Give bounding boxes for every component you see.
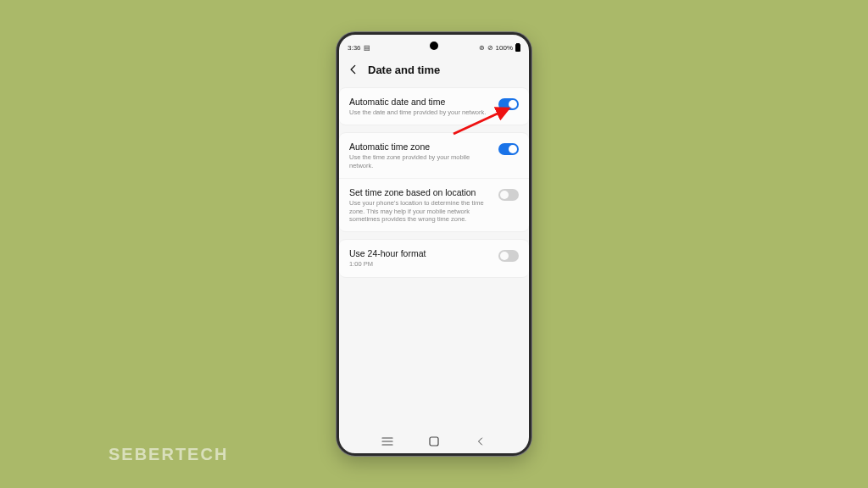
toggle-auto-datetime[interactable] — [498, 98, 519, 110]
toggle-auto-timezone[interactable] — [498, 143, 519, 155]
toggle-24hour[interactable] — [498, 250, 519, 262]
recents-button[interactable] — [381, 435, 394, 448]
battery-text: 100% — [496, 44, 513, 52]
page-title: Date and time — [368, 64, 440, 76]
settings-list: Automatic date and time Use the date and… — [339, 87, 529, 430]
svg-rect-0 — [430, 437, 438, 446]
phone-frame: 3:36 ▤ ⊚ ⊘ 100% Date and time Automatic … — [337, 32, 531, 456]
status-time: 3:36 — [348, 44, 361, 52]
navigation-bar — [339, 430, 529, 453]
dnd-icon: ⊘ — [487, 44, 493, 52]
watermark-text: SEBERTECH — [108, 445, 228, 464]
setting-title: Automatic time zone — [349, 141, 492, 152]
battery-icon — [515, 44, 520, 52]
back-button[interactable] — [346, 62, 361, 77]
home-button[interactable] — [427, 435, 441, 448]
setting-title: Set time zone based on location — [349, 187, 492, 197]
setting-title: Automatic date and time — [349, 97, 492, 107]
setting-timezone-location[interactable]: Set time zone based on location Use your… — [339, 178, 529, 231]
setting-subtitle: Use the date and time provided by your n… — [349, 108, 492, 116]
setting-subtitle: Use the time zone provided by your mobil… — [349, 153, 492, 169]
wifi-icon: ⊚ — [479, 44, 485, 52]
setting-title: Use 24-hour format — [349, 248, 492, 258]
nav-back-button[interactable] — [474, 435, 487, 448]
chevron-left-icon — [348, 64, 359, 75]
setting-auto-timezone[interactable]: Automatic time zone Use the time zone pr… — [339, 133, 529, 178]
page-header: Date and time — [339, 55, 529, 87]
toggle-timezone-location[interactable] — [498, 189, 519, 201]
notification-icon: ▤ — [364, 44, 370, 52]
setting-subtitle: 1:00 PM — [349, 260, 492, 268]
setting-auto-datetime[interactable]: Automatic date and time Use the date and… — [339, 88, 529, 125]
setting-subtitle: Use your phone's location to determine t… — [349, 199, 492, 223]
setting-24hour[interactable]: Use 24-hour format 1:00 PM — [339, 240, 529, 276]
front-camera — [430, 42, 438, 50]
